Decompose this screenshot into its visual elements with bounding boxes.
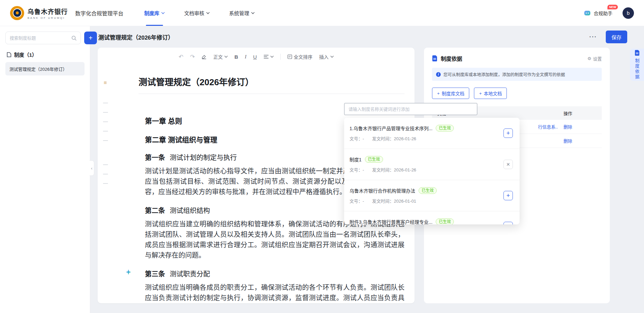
search-input[interactable] (10, 36, 69, 41)
undo-button[interactable]: ↶ (178, 53, 183, 60)
add-reference-button[interactable]: + (503, 128, 513, 138)
nav-item-system-admin[interactable]: 系统管理 (229, 0, 255, 26)
compliance-assistant-button[interactable]: 合规助手 NEW (584, 9, 612, 17)
assistant-label: 合规助手 (594, 10, 612, 16)
gear-icon: ⚙ (587, 56, 591, 61)
add-reference-button[interactable]: + (503, 222, 513, 225)
doc-heading[interactable]: 测试管理规定（2026年修订） (139, 75, 405, 88)
search-icon (71, 36, 76, 41)
editor-toolbar: ↶ ↷ 正文 B I U 全文排序 插入 (98, 48, 415, 66)
add-local-doc-button[interactable]: + 本地文档 (474, 88, 507, 99)
close-icon: × (506, 161, 510, 167)
delete-link[interactable]: 删除 (564, 139, 572, 144)
full-sort-button[interactable]: 全文排序 (287, 53, 313, 60)
chevron-left-icon: ‹ (91, 166, 92, 171)
new-badge: NEW (607, 5, 618, 9)
plus-icon: + (506, 223, 510, 225)
document-title: 测试管理规定（2026年修订） (98, 33, 174, 41)
chevron-down-icon (251, 12, 255, 14)
remove-reference-button[interactable]: × (503, 160, 513, 169)
assistant-icon (584, 9, 591, 17)
insert-select[interactable]: 插入 (319, 53, 334, 60)
policy-list-item[interactable]: 乌鲁木齐银行合作机构管理办法 已生效 文号：- 发文时间：2026-01-01 … (344, 180, 520, 211)
toolbar-divider (280, 54, 281, 60)
more-actions-button[interactable]: ··· (589, 34, 597, 40)
user-avatar[interactable]: b (623, 7, 634, 19)
policy-name: 乌鲁木齐银行合作机构管理办法 (350, 187, 415, 194)
add-reference-button[interactable]: + (503, 191, 513, 200)
outline-dash (103, 164, 108, 165)
reference-doc-link[interactable]: 行信息系... (538, 124, 558, 129)
chevron-down-icon (224, 56, 228, 58)
document-topbar: 测试管理规定（2026年修订） ··· 保存 (90, 26, 644, 48)
policy-list-item[interactable]: 附件3.乌鲁木齐银行普惠客户经理专业... 已生效 + (344, 211, 520, 224)
chevron-down-icon (270, 56, 274, 58)
undo-icon: ↶ (178, 53, 183, 60)
status-badge: 已生效 (436, 125, 454, 132)
align-select[interactable] (264, 55, 274, 59)
panel-title: 制度依据 (441, 54, 462, 62)
policy-name: 附件3.乌鲁木齐银行普惠客户经理专业... (350, 218, 432, 224)
app-header: 乌鲁木齐银行 BANK OF URUMQI 数字化合规管理平台 制度库 文档审核… (0, 0, 644, 26)
add-library-doc-button[interactable]: + 制度库文档 (432, 88, 469, 99)
settings-button[interactable]: ⚙ 设置 (587, 55, 602, 62)
align-icon (264, 55, 269, 59)
outline-dash (103, 103, 108, 103)
search-box (5, 32, 81, 44)
policy-group[interactable]: 制度（1） (5, 51, 85, 58)
ai-sparkle-icon[interactable] (125, 269, 131, 277)
nav-item-doc-review[interactable]: 文档审核 (184, 0, 210, 26)
redo-button[interactable]: ↷ (190, 53, 195, 60)
format-painter-button[interactable] (202, 54, 207, 59)
plus-icon: + (506, 130, 510, 136)
policy-sidebar: + 制度（1） 测试管理规定（2026年修订） (0, 26, 90, 313)
document-icon (7, 52, 11, 57)
nav-item-policy-library[interactable]: 制度库 (144, 0, 165, 26)
policy-doc-no: 文号：- (350, 135, 364, 142)
bank-logo-icon (10, 6, 24, 20)
policy-list-item[interactable]: 制度1 已生效 文号：- 发文时间：2026-01-26 × (344, 149, 520, 180)
title-divider (139, 94, 405, 94)
chevron-down-icon (206, 12, 210, 14)
redo-icon: ↷ (190, 53, 195, 60)
sidebar-item-policy-doc[interactable]: 测试管理规定（2026年修订） (5, 62, 85, 75)
tab-reference-panel[interactable]: 制度依据 (630, 49, 644, 81)
article-body-2[interactable]: 测试组织应当建立明确的组织结构和管理体系，确保测试活动的有序进行。测试组织包括测… (145, 219, 405, 261)
status-badge: 已生效 (436, 218, 454, 224)
document-icon (432, 55, 437, 61)
save-button[interactable]: 保存 (606, 31, 627, 43)
italic-button[interactable]: I (245, 54, 247, 60)
article-body-3[interactable]: 测试组织应当明确各成员的职责分工，确保测试活动的各个环节有人负责。测试团队长应当… (145, 282, 405, 303)
chevron-down-icon (161, 12, 165, 14)
outline-toggle-icon[interactable]: ≡ (104, 80, 110, 86)
document-outline-gutter: ≡ (103, 80, 110, 184)
delete-link[interactable]: 删除 (564, 124, 572, 129)
policy-pub-time: 发文时间：2026-01-26 (372, 135, 416, 142)
info-icon: i (436, 72, 441, 77)
policy-doc-no: 文号：- (350, 198, 364, 204)
chevron-down-icon (330, 56, 334, 58)
article-heading-3[interactable]: 第三条测试职责分配 (145, 269, 405, 278)
underline-button[interactable]: U (253, 54, 257, 60)
status-badge: 已生效 (419, 187, 437, 194)
add-policy-button[interactable]: + (84, 32, 97, 44)
bold-button[interactable]: B (234, 54, 238, 60)
outline-dash (103, 131, 108, 132)
sidebar-collapse-handle[interactable]: ‹ (90, 160, 94, 176)
policy-suggestion-list: 1.乌鲁木齐银行产品管理专业技术序列... 已生效 文号：- 发文时间：2026… (344, 118, 520, 224)
policy-search-input[interactable] (344, 103, 477, 115)
side-tab-label: 制度依据 (634, 58, 640, 80)
column-header-action: 操作 (558, 110, 595, 116)
policy-list-item[interactable]: 1.乌鲁木齐银行产品管理专业技术序列... 已生效 文号：- 发文时间：2026… (344, 118, 520, 149)
policy-pub-time: 发文时间：2026-01-26 (372, 166, 416, 173)
policy-name: 1.乌鲁木齐银行产品管理专业技术序列... (350, 125, 432, 132)
paragraph-style-select[interactable]: 正文 (213, 53, 228, 60)
brand-name-en: BANK OF URUMQI (28, 16, 68, 19)
plus-icon: + (506, 193, 510, 199)
info-text: 您可从制度库或本地添加制度，添加的制度可作为全文撰写的依据 (443, 71, 565, 77)
outline-dash (103, 174, 108, 174)
brand-name-cn: 乌鲁木齐银行 (28, 7, 68, 16)
policy-pub-time: 发文时间：2026-01-01 (372, 198, 416, 204)
platform-title: 数字化合规管理平台 (75, 9, 123, 17)
outline-dash (103, 140, 108, 141)
